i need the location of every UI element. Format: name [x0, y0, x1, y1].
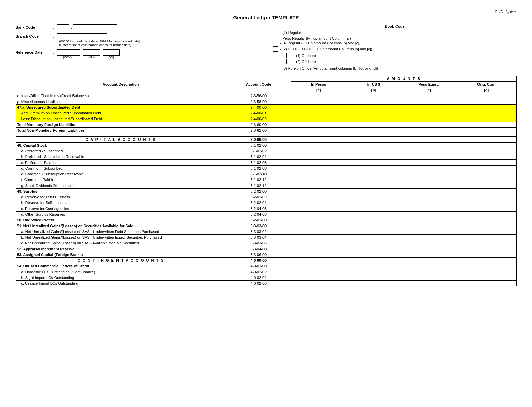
- cell-a[interactable]: [291, 122, 346, 128]
- book-code-checkbox-2[interactable]: [273, 46, 278, 52]
- cell-c[interactable]: [401, 110, 456, 116]
- cell-d[interactable]: [456, 263, 517, 269]
- cell-a[interactable]: [291, 143, 346, 148]
- cell-d[interactable]: [456, 143, 517, 148]
- cell-a[interactable]: [291, 200, 346, 206]
- cell-b[interactable]: [346, 137, 401, 143]
- cell-a[interactable]: [291, 105, 346, 110]
- cell-c[interactable]: [401, 93, 456, 99]
- book-code-checkbox-offshore[interactable]: [286, 59, 292, 64]
- book-code-checkbox-onshore[interactable]: [286, 53, 292, 58]
- cell-b[interactable]: [346, 269, 401, 275]
- cell-d[interactable]: [456, 171, 517, 177]
- cell-d[interactable]: [456, 154, 517, 160]
- cell-b[interactable]: [346, 110, 401, 116]
- cell-b[interactable]: [346, 235, 401, 240]
- cell-a[interactable]: [291, 229, 346, 235]
- cell-c[interactable]: [401, 105, 456, 110]
- cell-a[interactable]: [291, 269, 346, 275]
- cell-a[interactable]: [291, 252, 346, 258]
- cell-c[interactable]: [401, 217, 456, 223]
- cell-d[interactable]: [456, 212, 517, 217]
- cell-a[interactable]: [291, 166, 346, 171]
- cell-c[interactable]: [401, 246, 456, 252]
- cell-a[interactable]: [291, 263, 346, 269]
- cell-a[interactable]: [291, 128, 346, 133]
- cell-b[interactable]: [346, 143, 401, 148]
- cell-b[interactable]: [346, 154, 401, 160]
- cell-d[interactable]: [456, 223, 517, 229]
- cell-c[interactable]: [401, 154, 456, 160]
- cell-d[interactable]: [456, 128, 517, 133]
- cell-d[interactable]: [456, 177, 517, 183]
- cell-c[interactable]: [401, 200, 456, 206]
- cell-c[interactable]: [401, 171, 456, 177]
- cell-b[interactable]: [346, 275, 401, 281]
- cell-d[interactable]: [456, 194, 517, 200]
- cell-d[interactable]: [456, 240, 517, 246]
- branch-code-input[interactable]: [57, 33, 107, 39]
- cell-d[interactable]: [456, 200, 517, 206]
- cell-b[interactable]: [346, 217, 401, 223]
- cell-a[interactable]: [291, 116, 346, 122]
- cell-d[interactable]: [456, 122, 517, 128]
- cell-b[interactable]: [346, 252, 401, 258]
- cell-c[interactable]: [401, 189, 456, 194]
- cell-b[interactable]: [346, 263, 401, 269]
- cell-b[interactable]: [346, 105, 401, 110]
- cell-d[interactable]: [456, 189, 517, 194]
- ref-date-ccyy-input[interactable]: [57, 49, 80, 56]
- cell-a[interactable]: [291, 223, 346, 229]
- cell-c[interactable]: [401, 281, 456, 286]
- cell-b[interactable]: [346, 194, 401, 200]
- cell-a[interactable]: [291, 177, 346, 183]
- cell-c[interactable]: [401, 240, 456, 246]
- cell-c[interactable]: [401, 143, 456, 148]
- cell-c[interactable]: [401, 212, 456, 217]
- cell-a[interactable]: [291, 275, 346, 281]
- cell-a[interactable]: [291, 240, 346, 246]
- cell-b[interactable]: [346, 166, 401, 171]
- cell-a[interactable]: [291, 148, 346, 154]
- cell-b[interactable]: [346, 229, 401, 235]
- ref-date-mm-input[interactable]: [83, 49, 100, 56]
- cell-a[interactable]: [291, 99, 346, 105]
- cell-d[interactable]: [456, 217, 517, 223]
- cell-c[interactable]: [401, 235, 456, 240]
- cell-b[interactable]: [346, 246, 401, 252]
- ref-date-dd-input[interactable]: [103, 49, 120, 56]
- cell-c[interactable]: [401, 229, 456, 235]
- cell-b[interactable]: [346, 116, 401, 122]
- cell-d[interactable]: [456, 116, 517, 122]
- cell-b[interactable]: [346, 148, 401, 154]
- cell-b[interactable]: [346, 171, 401, 177]
- cell-d[interactable]: [456, 246, 517, 252]
- cell-c[interactable]: [401, 206, 456, 212]
- cell-a[interactable]: [291, 217, 346, 223]
- cell-d[interactable]: [456, 206, 517, 212]
- book-code-checkbox-1[interactable]: [273, 30, 278, 35]
- cell-a[interactable]: [291, 194, 346, 200]
- cell-b[interactable]: [346, 200, 401, 206]
- cell-c[interactable]: [401, 183, 456, 189]
- bank-code-input2[interactable]: [73, 24, 117, 30]
- cell-a[interactable]: [291, 110, 346, 116]
- cell-d[interactable]: [456, 269, 517, 275]
- cell-c[interactable]: [401, 166, 456, 171]
- cell-b[interactable]: [346, 177, 401, 183]
- cell-b[interactable]: [346, 206, 401, 212]
- cell-a[interactable]: [291, 154, 346, 160]
- book-code-checkbox-3[interactable]: [273, 66, 278, 71]
- cell-c[interactable]: [401, 194, 456, 200]
- cell-b[interactable]: [346, 281, 401, 286]
- cell-d[interactable]: [456, 252, 517, 258]
- cell-d[interactable]: [456, 148, 517, 154]
- cell-a[interactable]: [291, 160, 346, 166]
- cell-c[interactable]: [401, 137, 456, 143]
- cell-c[interactable]: [401, 275, 456, 281]
- cell-c[interactable]: [401, 258, 456, 263]
- cell-b[interactable]: [346, 223, 401, 229]
- cell-c[interactable]: [401, 99, 456, 105]
- cell-d[interactable]: [456, 281, 517, 286]
- cell-d[interactable]: [456, 229, 517, 235]
